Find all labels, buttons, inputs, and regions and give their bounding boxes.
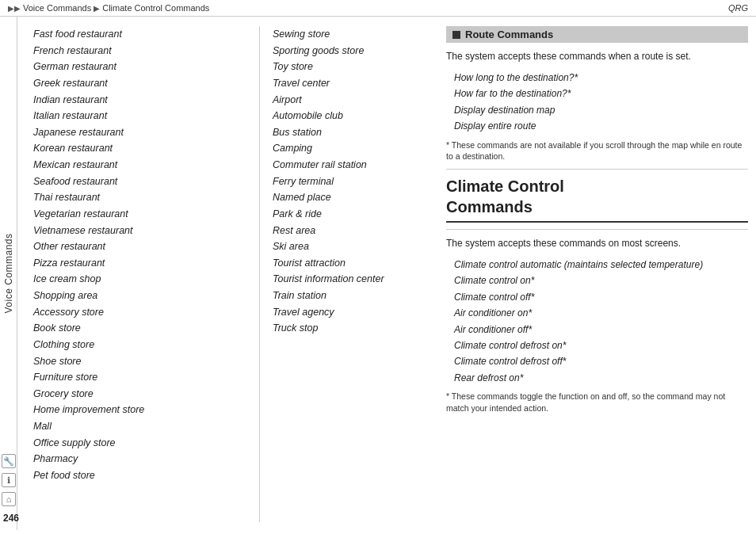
list-item: Indian restaurant: [33, 92, 251, 109]
route-item: Display entire route: [446, 118, 748, 134]
section-header-icon: [452, 31, 460, 39]
info-icon[interactable]: ℹ: [2, 473, 16, 487]
divider2: [446, 229, 748, 230]
content-area: Fast food restaurantFrench restaurantGer…: [17, 17, 756, 530]
list-item: Pet food store: [33, 467, 251, 484]
list-item: Ice cream shop: [33, 271, 251, 288]
route-item: How long to the destination?*: [446, 70, 748, 86]
list-item: Japanese restaurant: [33, 124, 251, 141]
route-items-container: How long to the destination?*How far to …: [446, 70, 748, 135]
list-item: Shopping area: [33, 288, 251, 304]
list-item: Greek restaurant: [33, 75, 251, 92]
climate-intro: The system accepts these commands on mos…: [446, 236, 748, 250]
climate-body: The system accepts these commands on mos…: [446, 236, 748, 414]
list-item: Office supply store: [33, 435, 251, 452]
side-icons: 🔧 ℹ ⌂: [0, 454, 17, 506]
list-item: Furniture store: [33, 369, 251, 386]
climate-item: Air conditioner on*: [446, 305, 748, 321]
list-item: Mexican restaurant: [33, 157, 251, 174]
page-number: 246: [3, 513, 19, 524]
list-item: Tourist attraction: [273, 255, 426, 272]
list-item: Italian restaurant: [33, 108, 251, 124]
list-item: Sewing store: [273, 26, 426, 43]
list-item: Bus station: [273, 124, 426, 141]
list-item: Named place: [273, 189, 426, 206]
list-item: Truck stop: [273, 320, 426, 337]
route-item: How far to the destination?*: [446, 86, 748, 101]
route-section-title: Route Commands: [465, 29, 553, 40]
list-item: Vietnamese restaurant: [33, 223, 251, 239]
climate-item: Climate control off*: [446, 289, 748, 305]
breadcrumb: ▶▶ Voice Commands ▶ Climate Control Comm…: [8, 3, 209, 13]
list-item: Train station: [273, 288, 426, 304]
list-item: Home improvement store: [33, 402, 251, 418]
climate-items-container: Climate control automatic (maintains sel…: [446, 257, 748, 386]
list-item: Commuter rail station: [273, 157, 426, 174]
breadcrumb-part1: Voice Commands: [23, 3, 91, 13]
climate-heading-line1: Climate Control: [446, 177, 564, 195]
side-label-panel: Voice Commands 🔧 ℹ ⌂ 246: [0, 17, 17, 530]
qrg-label: QRG: [728, 3, 748, 13]
list-item: Thai restaurant: [33, 189, 251, 206]
list-item: Ferry terminal: [273, 174, 426, 190]
climate-heading-line2: Commands: [446, 198, 533, 216]
col-right: Route Commands The system accepts these …: [433, 26, 748, 522]
list-item: Clothing store: [33, 337, 251, 353]
climate-item: Air conditioner off*: [446, 322, 748, 338]
list-item: Rest area: [273, 223, 426, 239]
list-item: Book store: [33, 320, 251, 337]
route-section-header: Route Commands: [446, 26, 748, 43]
list-item: Pizza restaurant: [33, 255, 251, 272]
list-item: Sporting goods store: [273, 43, 426, 59]
list-item: German restaurant: [33, 59, 251, 75]
divider: [446, 169, 748, 170]
climate-item: Climate control defrost off*: [446, 353, 748, 369]
list-item: Accessory store: [33, 304, 251, 321]
climate-item: Climate control on*: [446, 273, 748, 288]
list-item: Park & ride: [273, 206, 426, 223]
climate-footnote: * These commands toggle the function on …: [446, 391, 748, 414]
list-item: French restaurant: [33, 43, 251, 59]
list-item: Vegetarian restaurant: [33, 206, 251, 223]
list-item: Fast food restaurant: [33, 26, 251, 43]
climate-item: Climate control defrost on*: [446, 338, 748, 353]
breadcrumb-arrows: ▶▶: [8, 4, 21, 13]
list-item: Airport: [273, 92, 426, 109]
list-item: Toy store: [273, 59, 426, 75]
climate-heading: Climate Control Commands: [446, 176, 748, 223]
col-left: Fast food restaurantFrench restaurantGer…: [33, 26, 259, 522]
route-footnote: * These commands are not available if yo…: [446, 139, 748, 162]
list-item: Tourist information center: [273, 271, 426, 288]
list-item: Automobile club: [273, 108, 426, 124]
climate-item: Climate control automatic (maintains sel…: [446, 257, 748, 273]
list-item: Shoe store: [33, 353, 251, 370]
list-item: Camping: [273, 140, 426, 157]
home-icon[interactable]: ⌂: [2, 492, 16, 506]
main-content: Voice Commands 🔧 ℹ ⌂ 246 Fast food resta…: [0, 17, 756, 530]
route-body: The system accepts these commands when a…: [446, 49, 748, 162]
col-mid: Sewing storeSporting goods storeToy stor…: [259, 26, 433, 522]
list-item: Seafood restaurant: [33, 174, 251, 190]
settings-icon[interactable]: 🔧: [2, 454, 16, 468]
climate-item: Rear defrost on*: [446, 370, 748, 386]
list-item: Other restaurant: [33, 238, 251, 255]
list-item: Korean restaurant: [33, 140, 251, 157]
list-item: Pharmacy: [33, 451, 251, 467]
top-bar: ▶▶ Voice Commands ▶ Climate Control Comm…: [0, 0, 756, 17]
breadcrumb-sep1: ▶: [94, 4, 100, 13]
list-item: Travel agency: [273, 304, 426, 321]
list-item: Mall: [33, 418, 251, 435]
breadcrumb-part2: Climate Control Commands: [102, 3, 209, 13]
list-item: Ski area: [273, 238, 426, 255]
route-item: Display destination map: [446, 102, 748, 118]
side-label-text: Voice Commands: [3, 233, 14, 313]
list-item: Grocery store: [33, 386, 251, 402]
route-intro: The system accepts these commands when a…: [446, 49, 748, 63]
list-item: Travel center: [273, 75, 426, 92]
